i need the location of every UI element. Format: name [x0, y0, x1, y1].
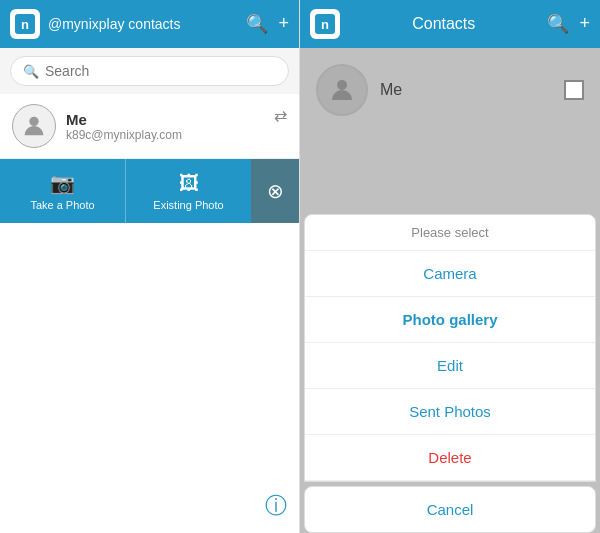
modal-sheet: Please select Camera Photo gallery Edit …	[304, 214, 596, 482]
right-header: n Contacts 🔍 +	[300, 0, 600, 48]
contact-me-item[interactable]: Me k89c@mynixplay.com ⇄	[0, 94, 299, 159]
right-contact-name: Me	[380, 81, 402, 99]
right-add-icon[interactable]: +	[579, 13, 590, 35]
right-avatar	[316, 64, 368, 116]
nixplay-logo-icon: n	[15, 14, 35, 34]
modal-title: Please select	[305, 215, 595, 251]
search-input-wrapper: 🔍	[10, 56, 289, 86]
left-panel: n @mynixplay contacts 🔍 + 🔍 Me k89c@myni…	[0, 0, 300, 533]
info-icon[interactable]: ⓘ	[265, 491, 287, 521]
modal-option-camera[interactable]: Camera	[305, 251, 595, 297]
image-icon: 🖼	[179, 172, 199, 195]
right-checkbox[interactable]	[564, 80, 584, 100]
add-icon[interactable]: +	[278, 13, 289, 35]
svg-point-0	[29, 117, 38, 126]
modal-option-edit[interactable]: Edit	[305, 343, 595, 389]
avatar	[12, 104, 56, 148]
modal-option-delete[interactable]: Delete	[305, 435, 595, 481]
modal-cancel-button[interactable]: Cancel	[304, 486, 596, 533]
contact-email: k89c@mynixplay.com	[66, 128, 287, 142]
left-header: n @mynixplay contacts 🔍 +	[0, 0, 299, 48]
search-small-icon: 🔍	[23, 64, 39, 79]
svg-point-1	[337, 80, 347, 90]
right-nixplay-logo-icon: n	[315, 14, 335, 34]
close-icon: ⊗	[267, 179, 284, 203]
right-contact-area: Me	[300, 48, 600, 132]
right-body: Me Please select Camera Photo gallery Ed…	[300, 48, 600, 533]
action-bar: 📷 Take a Photo 🖼 Existing Photo ⊗	[0, 159, 299, 223]
left-header-title: @mynixplay contacts	[48, 16, 238, 32]
modal-option-sent-photos[interactable]: Sent Photos	[305, 389, 595, 435]
modal-overlay: Please select Camera Photo gallery Edit …	[300, 214, 600, 533]
search-bar-container: 🔍	[0, 48, 299, 94]
search-input[interactable]	[45, 63, 276, 79]
right-avatar-icon	[327, 75, 357, 105]
close-button[interactable]: ⊗	[251, 159, 299, 223]
right-panel: n Contacts 🔍 + Me Please select Came	[300, 0, 600, 533]
search-icon[interactable]: 🔍	[246, 13, 268, 35]
left-header-icons: 🔍 +	[246, 13, 289, 35]
contact-arrow-icon: ⇄	[274, 106, 287, 125]
avatar-icon	[20, 112, 48, 140]
existing-photo-button[interactable]: 🖼 Existing Photo	[126, 159, 251, 223]
take-photo-button[interactable]: 📷 Take a Photo	[0, 159, 125, 223]
nixplay-logo: n	[10, 9, 40, 39]
right-nixplay-logo: n	[310, 9, 340, 39]
camera-icon: 📷	[50, 171, 75, 195]
existing-photo-label: Existing Photo	[153, 199, 223, 211]
contact-name: Me	[66, 111, 287, 128]
right-header-icons: 🔍 +	[547, 13, 590, 35]
right-header-title: Contacts	[348, 15, 539, 33]
contact-info: Me k89c@mynixplay.com	[66, 111, 287, 142]
left-body: ⓘ	[0, 223, 299, 533]
right-search-icon[interactable]: 🔍	[547, 13, 569, 35]
modal-option-photo-gallery[interactable]: Photo gallery	[305, 297, 595, 343]
take-photo-label: Take a Photo	[30, 199, 94, 211]
